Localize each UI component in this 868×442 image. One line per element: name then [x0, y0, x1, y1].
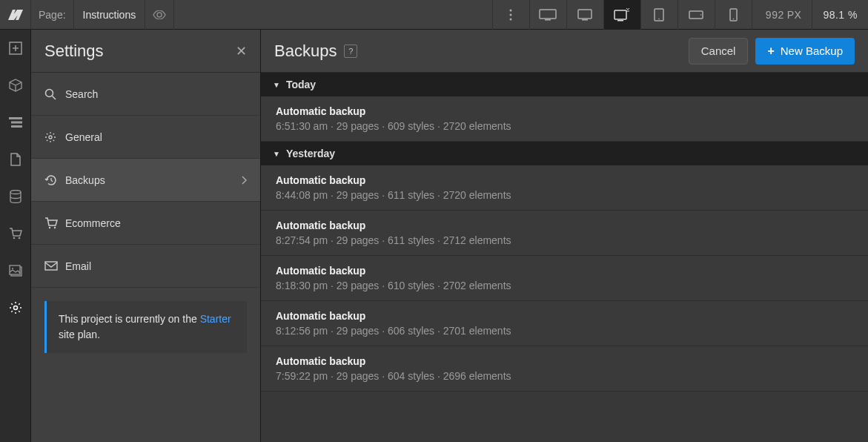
backups-header: Backups ? Cancel + New Backup [261, 30, 868, 73]
left-rail [0, 30, 31, 442]
svg-rect-8 [617, 20, 623, 22]
pages-icon[interactable] [0, 141, 31, 178]
page-label: Page: [31, 0, 74, 30]
notice-text-prefix: This project is currently on the [59, 313, 200, 325]
sidebar-item-label: Backups [65, 174, 242, 186]
backup-row[interactable]: Automatic backup8:44:08 pm · 29 pages · … [261, 165, 868, 211]
backup-group-header[interactable]: ▼Today [261, 73, 868, 96]
viewport-width-value: 992 [766, 9, 784, 21]
svg-point-29 [54, 226, 56, 228]
sidebar-item-general[interactable]: General [31, 116, 260, 159]
assets-icon[interactable] [0, 252, 31, 289]
search-icon [44, 88, 65, 100]
svg-rect-6 [582, 19, 588, 21]
viewport-width-unit: PX [787, 9, 802, 21]
svg-rect-17 [11, 122, 22, 124]
svg-point-27 [49, 136, 52, 139]
svg-rect-3 [540, 10, 556, 19]
sidebar-item-ecommerce[interactable]: Ecommerce [31, 202, 260, 245]
cancel-button[interactable]: Cancel [689, 38, 749, 65]
breakpoint-phone-landscape-icon[interactable] [677, 0, 715, 30]
gear-icon [44, 131, 65, 143]
backup-row[interactable]: Automatic backup8:18:30 pm · 29 pages · … [261, 256, 868, 301]
viewport-width[interactable]: 992 PX [752, 0, 812, 30]
sidebar-item-search[interactable]: Search [31, 73, 260, 116]
page-title: Backups [274, 42, 337, 61]
backups-panel: Backups ? Cancel + New Backup ▼TodayAuto… [261, 30, 868, 442]
breakpoint-tablet-icon[interactable] [640, 0, 677, 30]
plus-icon: + [767, 44, 774, 58]
backup-meta: 8:18:30 pm · 29 pages · 610 styles · 270… [276, 280, 853, 291]
breakpoint-phone-icon[interactable] [715, 0, 752, 30]
history-icon [44, 174, 65, 186]
symbols-icon[interactable] [0, 67, 31, 104]
new-backup-button[interactable]: + New Backup [755, 38, 855, 65]
more-menu[interactable] [492, 0, 529, 30]
svg-point-21 [19, 237, 21, 240]
svg-point-0 [510, 9, 512, 11]
backup-meta: 8:44:08 pm · 29 pages · 611 styles · 272… [276, 189, 853, 201]
cms-icon[interactable] [0, 178, 31, 215]
backup-row[interactable]: Automatic backup7:59:22 pm · 29 pages · … [261, 346, 868, 392]
webflow-logo[interactable] [0, 0, 31, 30]
svg-point-25 [14, 306, 18, 310]
sidebar-item-label: Search [65, 88, 247, 100]
group-label: Yesterday [286, 148, 335, 159]
group-label: Today [286, 79, 316, 90]
cart-icon [44, 217, 65, 229]
backup-name: Automatic backup [276, 355, 853, 367]
backup-meta: 8:12:56 pm · 29 pages · 606 styles · 270… [276, 325, 853, 337]
backup-row[interactable]: Automatic backup8:12:56 pm · 29 pages · … [261, 301, 868, 346]
svg-point-26 [46, 89, 53, 96]
topbar: Page: Instructions 992 PX 98.1 % [0, 0, 868, 30]
sidebar-item-backups[interactable]: Backups [31, 159, 260, 202]
svg-rect-18 [11, 125, 22, 128]
backup-name: Automatic backup [276, 265, 853, 277]
help-icon[interactable]: ? [344, 44, 357, 58]
navigator-icon[interactable] [0, 104, 31, 141]
page-name[interactable]: Instructions [74, 0, 145, 30]
mail-icon [44, 261, 65, 271]
svg-rect-23 [10, 265, 20, 274]
svg-point-2 [510, 18, 512, 20]
backups-list: ▼TodayAutomatic backup6:51:30 am · 29 pa… [261, 73, 868, 392]
backup-group-header[interactable]: ▼Yesterday [261, 142, 868, 165]
triangle-down-icon: ▼ [273, 81, 280, 89]
backup-name: Automatic backup [276, 105, 853, 117]
plan-notice: This project is currently on the Starter… [44, 301, 247, 353]
breakpoint-lg-icon[interactable] [566, 0, 603, 30]
backup-name: Automatic backup [276, 310, 853, 322]
triangle-down-icon: ▼ [273, 150, 280, 158]
svg-point-19 [10, 191, 21, 194]
add-element-icon[interactable] [0, 30, 31, 67]
plan-link[interactable]: Starter [200, 313, 231, 325]
svg-point-20 [13, 237, 16, 240]
svg-point-28 [49, 226, 50, 228]
svg-point-10 [659, 18, 660, 19]
backup-row[interactable]: Automatic backup8:27:54 pm · 29 pages · … [261, 211, 868, 256]
sidebar-item-label: General [65, 131, 247, 143]
breakpoint-xl-icon[interactable] [529, 0, 566, 30]
backup-meta: 6:51:30 am · 29 pages · 609 styles · 272… [276, 120, 853, 132]
close-icon[interactable]: ✕ [236, 43, 247, 59]
breakpoint-md-icon[interactable] [603, 0, 640, 30]
svg-rect-5 [578, 10, 592, 19]
sidebar-header: Settings ✕ [31, 30, 260, 73]
svg-rect-30 [45, 262, 57, 270]
notice-text-suffix: site plan. [59, 329, 100, 340]
preview-toggle[interactable] [145, 0, 174, 30]
svg-rect-16 [9, 117, 22, 119]
backup-name: Automatic backup [276, 220, 853, 231]
sidebar-item-email[interactable]: Email [31, 245, 260, 288]
backup-row[interactable]: Automatic backup6:51:30 am · 29 pages · … [261, 96, 868, 142]
svg-rect-4 [545, 19, 551, 21]
settings-icon[interactable] [0, 289, 31, 326]
zoom-level[interactable]: 98.1 % [812, 0, 868, 30]
backup-meta: 8:27:54 pm · 29 pages · 611 styles · 271… [276, 234, 853, 246]
ecommerce-icon[interactable] [0, 215, 31, 252]
backup-name: Automatic backup [276, 174, 853, 186]
sidebar-item-label: Ecommerce [65, 217, 247, 229]
backup-meta: 7:59:22 pm · 29 pages · 604 styles · 269… [276, 370, 853, 382]
svg-point-1 [510, 13, 512, 16]
svg-rect-7 [614, 10, 626, 19]
